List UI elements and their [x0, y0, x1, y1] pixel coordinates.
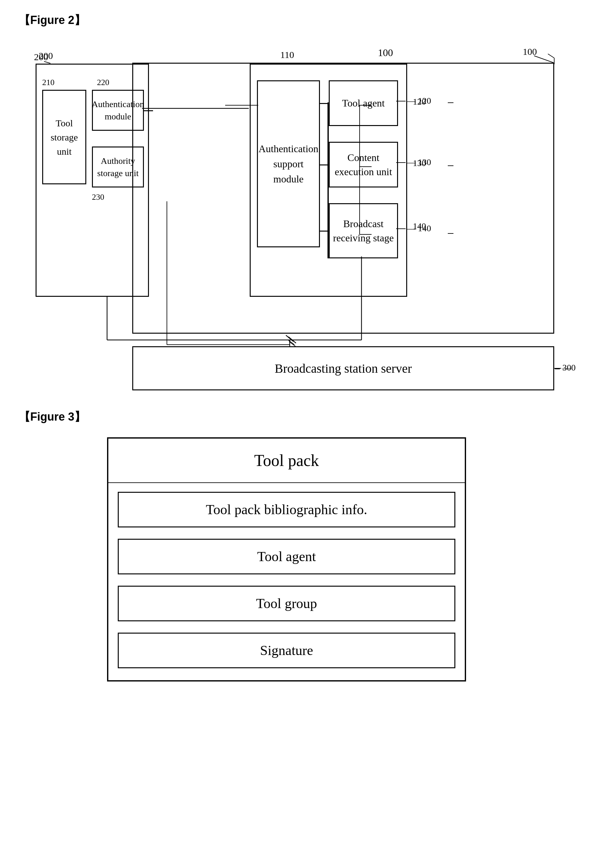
label-110: 110	[280, 49, 294, 60]
svg-line-19	[286, 335, 293, 341]
fig3-header: Tool pack	[108, 438, 465, 483]
label-200: 200	[39, 50, 53, 61]
svg-line-11	[289, 341, 295, 346]
figure3-section: 【Figure 3】 Tool pack Tool pack bibliogra…	[19, 409, 573, 682]
label-140: 140	[413, 221, 426, 231]
box-140: Broadcast receiving stage	[329, 203, 398, 258]
box-130-text: Content execution unit	[330, 151, 397, 179]
svg-line-35	[534, 56, 554, 63]
box-110: Authentication support module Tool agent…	[250, 63, 407, 297]
auth-support-text: Authentication support module	[258, 141, 319, 186]
fig3-rows-wrapper: Tool pack bibliographic info. Tool agent…	[108, 483, 465, 680]
auth-support-box: Authentication support module	[257, 80, 320, 247]
svg-line-20	[289, 337, 296, 343]
box-300-text: Broadcasting station server	[275, 361, 412, 376]
box-100: Authentication support module Tool agent…	[132, 63, 554, 334]
box-220: Authentication module	[92, 90, 144, 131]
fig3-row-2: Tool agent	[118, 539, 455, 574]
svg-line-10	[288, 340, 295, 345]
label-120: 120	[413, 97, 426, 107]
figure2-label: 【Figure 2】	[19, 13, 573, 28]
fig3-row-4: Signature	[118, 633, 455, 668]
box-210: Tool storage unit	[42, 90, 86, 184]
box-120-text: Tool agent	[342, 97, 385, 109]
figure3-label: 【Figure 3】	[19, 409, 573, 425]
box-200: Tool storage unit Authentication module …	[35, 63, 149, 297]
box-220-text: Authentication module	[91, 98, 144, 123]
label-100: 100	[378, 47, 393, 59]
box-230-text: Authority storage unit	[93, 155, 143, 179]
box-140-text: Broadcast receiving stage	[330, 217, 397, 245]
fig3-row-3: Tool group	[118, 586, 455, 621]
box-210-text: Tool storage unit	[43, 116, 85, 158]
fig3-row-1: Tool pack bibliographic info.	[118, 492, 455, 527]
box-230: Authority storage unit	[92, 146, 144, 187]
box-120: Tool agent	[329, 80, 398, 126]
box-300: Broadcasting station server	[132, 346, 554, 390]
figure3-container: Tool pack Tool pack bibliographic info. …	[107, 437, 466, 682]
label-300: 300	[563, 363, 576, 373]
label-130: 130	[413, 158, 426, 168]
svg-line-0	[548, 54, 554, 58]
label-220: 220	[97, 78, 109, 87]
box-130: Content execution unit	[329, 142, 398, 187]
svg-line-33	[44, 61, 50, 63]
label-230: 230	[92, 192, 104, 202]
label-210: 210	[42, 78, 54, 87]
figure2-container: 100 Authentication support module Tool a…	[19, 37, 573, 384]
svg-text:100: 100	[523, 46, 537, 57]
